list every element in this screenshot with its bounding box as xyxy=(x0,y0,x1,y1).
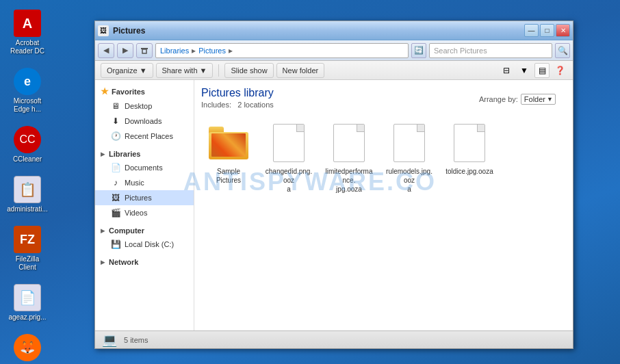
folder-thumb-image xyxy=(211,133,246,157)
help-button[interactable]: ❓ xyxy=(552,63,567,78)
status-text: 5 items xyxy=(124,336,148,344)
nav-item-local-disk[interactable]: 💾 Local Disk (C:) xyxy=(95,237,194,252)
nav-item-pictures[interactable]: 🖼 Pictures xyxy=(95,190,194,205)
view-button-details[interactable]: ▤ xyxy=(534,63,550,78)
forward-button[interactable]: ▶ xyxy=(117,43,133,58)
maximize-button[interactable]: □ xyxy=(540,24,554,37)
library-subtitle: Includes: 2 locations xyxy=(201,101,274,109)
library-locations: 2 locations xyxy=(237,101,274,109)
status-computer-icon: 💻 xyxy=(102,333,117,348)
file-item-limitedperformance[interactable]: limitedperformance.jpg.ooza xyxy=(322,118,376,196)
up-button[interactable] xyxy=(136,43,153,58)
address-bar-container: ◀ ▶ Libraries ▸ Pictures ▸ 🔄 Search Pict… xyxy=(95,40,573,61)
desktop-icon-acrobat[interactable]: A Acrobat Reader DC xyxy=(3,7,51,58)
title-bar: 🖼 Pictures — □ ✕ xyxy=(95,21,573,40)
desktop-icon-ccleaner[interactable]: CC CCleaner xyxy=(3,123,51,166)
desktop-icon-admin[interactable]: 📋 administrati... xyxy=(3,173,51,216)
downloads-nav-icon: ⬇ xyxy=(110,116,121,127)
file-item-changedid[interactable]: changedid.png.ooza xyxy=(261,118,316,196)
local-disk-icon: 💾 xyxy=(110,239,121,250)
libraries-header[interactable]: ▶ Libraries xyxy=(95,148,194,160)
file-item-toldice[interactable]: toldice.jpg.ooza xyxy=(442,118,497,179)
desktop-icon-agea[interactable]: 📄 ageaz.prig... xyxy=(3,281,51,324)
organize-label: Organize xyxy=(107,66,138,75)
nav-item-recent[interactable]: 🕐 Recent Places xyxy=(95,129,194,144)
desktop-nav-label: Desktop xyxy=(125,102,152,110)
favorites-header[interactable]: ★ Favorites xyxy=(95,84,194,99)
window-title: Pictures xyxy=(113,26,524,36)
computer-arrow-icon: ▶ xyxy=(101,228,105,234)
slideshow-button[interactable]: Slide show xyxy=(224,63,273,78)
folder-body xyxy=(209,132,248,159)
acrobat-label: Acrobat Reader DC xyxy=(6,39,49,55)
back-button[interactable]: ◀ xyxy=(98,43,114,58)
minimize-button[interactable]: — xyxy=(524,24,539,37)
computer-label: Computer xyxy=(109,226,144,235)
slideshow-label: Slide show xyxy=(231,66,267,75)
view-button-tiles[interactable]: ⊟ xyxy=(499,63,514,78)
folder-thumbnail xyxy=(211,133,246,157)
desktop-nav-icon: 🖥 xyxy=(110,101,121,112)
libraries-label: Libraries xyxy=(109,150,140,158)
refresh-button[interactable]: 🔄 xyxy=(411,43,426,58)
generic-file-changedid xyxy=(273,124,305,162)
nav-item-downloads[interactable]: ⬇ Downloads xyxy=(95,114,194,129)
share-with-button[interactable]: Share with ▼ xyxy=(156,63,214,78)
sample-pictures-name: Sample Pictures xyxy=(204,167,253,185)
search-button[interactable]: 🔍 xyxy=(555,43,570,58)
nav-item-documents[interactable]: 📄 Documents xyxy=(95,160,194,175)
nav-item-music[interactable]: ♪ Music xyxy=(95,175,194,190)
computer-header[interactable]: ▶ Computer xyxy=(95,224,194,237)
changedid-icon xyxy=(267,121,311,165)
address-bar[interactable]: Libraries ▸ Pictures ▸ xyxy=(155,43,409,58)
arrange-chevron-icon: ▼ xyxy=(547,96,553,103)
music-nav-icon: ♪ xyxy=(110,177,121,188)
desktop-icon-filezilla[interactable]: FZ FileZilla Client xyxy=(3,223,51,274)
ccleaner-label: CCleaner xyxy=(13,155,42,164)
file-item-sample-pictures[interactable]: Sample Pictures xyxy=(201,118,256,187)
new-folder-label: New folder xyxy=(283,66,319,75)
search-box[interactable]: Search Pictures xyxy=(429,43,552,58)
file-area: Pictures library Includes: 2 locations A… xyxy=(194,80,573,330)
file-item-rulemodels[interactable]: rulemodels.jpg.ooza xyxy=(382,118,437,196)
desktop-icon-firefox[interactable]: 🦊 Firefox xyxy=(3,331,51,364)
favorites-label: Favorites xyxy=(112,88,145,96)
nav-item-desktop[interactable]: 🖥 Desktop xyxy=(95,99,194,114)
edge-icon: e xyxy=(14,68,41,95)
arrange-by: Arrange by: Folder ▼ xyxy=(479,94,556,105)
window-controls: — □ ✕ xyxy=(524,24,570,37)
new-folder-button[interactable]: New folder xyxy=(276,63,325,78)
local-disk-label: Local Disk (C:) xyxy=(125,240,174,248)
limitedperformance-icon xyxy=(327,121,371,165)
toldice-name: toldice.jpg.ooza xyxy=(445,167,493,176)
share-label: Share with xyxy=(162,66,198,75)
arrange-value: Folder xyxy=(524,95,545,103)
arrange-dropdown[interactable]: Folder ▼ xyxy=(521,94,556,105)
content-area: ★ Favorites 🖥 Desktop ⬇ Downloads 🕐 Rece… xyxy=(95,80,573,330)
network-header[interactable]: ▶ Network xyxy=(95,256,194,268)
view-dropdown-button[interactable]: ▼ xyxy=(517,63,532,78)
admin-label: administrati... xyxy=(7,205,47,213)
documents-nav-icon: 📄 xyxy=(110,162,121,173)
agea-label: ageaz.prig... xyxy=(8,313,46,322)
toolbar: Organize ▼ Share with ▼ Slide show New f… xyxy=(95,61,573,80)
downloads-nav-label: Downloads xyxy=(125,117,162,125)
firefox-icon: 🦊 xyxy=(14,334,41,361)
network-label: Network xyxy=(109,258,138,266)
sample-pictures-icon xyxy=(207,121,250,165)
folder-shape xyxy=(209,127,248,159)
filezilla-label: FileZilla Client xyxy=(6,255,49,272)
pictures-nav-icon: 🖼 xyxy=(110,192,121,203)
agea-icon: 📄 xyxy=(14,284,41,311)
music-nav-label: Music xyxy=(125,179,144,187)
network-arrow-icon: ▶ xyxy=(101,259,105,265)
desktop-icon-edge[interactable]: e Microsoft Edge h... xyxy=(3,65,51,116)
organize-button[interactable]: Organize ▼ xyxy=(101,63,153,78)
nav-item-videos[interactable]: 🎬 Videos xyxy=(95,205,194,220)
acrobat-icon: A xyxy=(14,10,41,37)
recent-nav-label: Recent Places xyxy=(125,132,173,140)
close-button[interactable]: ✕ xyxy=(556,24,570,37)
breadcrumb-libraries: Libraries xyxy=(160,47,189,55)
desktop: A Acrobat Reader DC e Microsoft Edge h..… xyxy=(0,0,620,364)
toolbar-separator xyxy=(218,64,219,77)
